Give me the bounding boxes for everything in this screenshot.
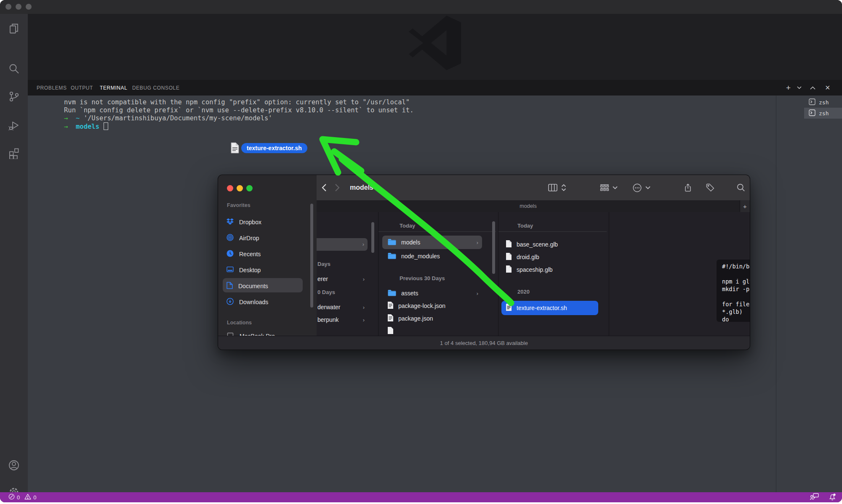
new-tab-plus-icon[interactable]: + [740, 200, 750, 212]
finder-minimize-icon[interactable] [237, 185, 243, 191]
column-c-item[interactable]: spaceship.glb [506, 263, 600, 276]
dragged-file-icon[interactable] [231, 142, 239, 155]
column-c-item[interactable]: droid.glb [506, 251, 600, 263]
tab-problems[interactable]: PROBLEMS [37, 80, 67, 95]
sidebar-item-dropbox[interactable]: Dropbox [226, 215, 261, 229]
sidebar-section-favorites: Favorites [227, 202, 250, 208]
column-b-scrollbar[interactable] [492, 221, 495, 274]
extensions-icon[interactable] [0, 143, 28, 162]
folder-label: assets [401, 290, 418, 297]
more-button[interactable]: More... [717, 307, 750, 313]
folder-icon [387, 289, 397, 297]
run-debug-icon[interactable] [0, 116, 28, 135]
sidebar-item-documents[interactable]: Documents [226, 279, 268, 293]
file-icon [506, 252, 512, 262]
column-a-header: Days [317, 261, 330, 267]
back-icon[interactable] [322, 175, 327, 200]
tab-debug-console[interactable]: DEBUG CONSOLE [132, 80, 180, 95]
terminal-icon [809, 109, 815, 117]
column-view-icon[interactable] [548, 175, 557, 200]
vscode-logo-watermark-icon [404, 15, 466, 72]
column-a-item[interactable]: erer› [317, 273, 365, 285]
tags-icon[interactable] [706, 175, 714, 200]
terminal-session-item[interactable]: zsh [804, 97, 842, 108]
finder-close-icon[interactable] [227, 185, 233, 191]
terminal-line: nvm is not compatible with the npm confi… [64, 98, 410, 107]
column-a-item[interactable]: berpunk› [317, 313, 365, 326]
folder-label: models [401, 239, 420, 246]
file-icon [387, 326, 394, 336]
column-divider [498, 212, 498, 336]
sidebar-item-label: AirDrop [239, 235, 259, 241]
sidebar-scrollbar[interactable] [310, 204, 313, 308]
sidebar-section-locations: Locations [227, 320, 252, 326]
search-icon[interactable] [0, 59, 28, 78]
sidebar-item-recents[interactable]: Recents [226, 247, 261, 261]
explorer-icon[interactable] [0, 19, 28, 38]
chevron-down-icon[interactable] [645, 175, 650, 200]
code-line: #!/bin/bash [722, 263, 750, 270]
column-b-item[interactable]: node_modules [387, 250, 478, 263]
finder-columns: › Days erer› 0 Days derwater› berpunk› T… [317, 212, 750, 336]
file-label: package.json [398, 315, 433, 322]
finder-zoom-icon[interactable] [246, 185, 253, 191]
activity-bar: 1 [0, 14, 28, 492]
traffic-zoom-icon[interactable] [26, 4, 32, 10]
new-terminal-dropdown-icon[interactable] [797, 80, 802, 95]
share-icon[interactable] [684, 175, 692, 200]
new-terminal-plus-icon[interactable]: + [786, 80, 791, 95]
chevron-down-icon[interactable] [613, 175, 618, 200]
sidebar-item-label: Dropbox [239, 219, 261, 225]
traffic-close-icon[interactable] [5, 4, 11, 10]
sidebar-item-downloads[interactable]: Downloads [226, 295, 268, 309]
prompt-arrow: → [64, 114, 68, 122]
column-a-scrollbar[interactable] [371, 222, 374, 253]
group-by-icon[interactable] [600, 175, 609, 200]
sidebar-item-desktop[interactable]: Desktop [226, 263, 261, 277]
panel-splitter[interactable] [776, 95, 776, 493]
finder-sidebar: Favorites Dropbox AirDrop Recents Deskto… [218, 175, 317, 350]
terminal-icon [809, 98, 815, 106]
column-divider [609, 212, 609, 336]
sidebar-item-airdrop[interactable]: AirDrop [226, 231, 259, 245]
feedback-icon[interactable] [810, 493, 819, 501]
close-panel-icon[interactable]: × [825, 80, 830, 95]
terminal-command: '/Users/martinshibuya/Documents/my-scene… [84, 114, 272, 122]
sidebar-item-label: Documents [238, 283, 268, 289]
finder-window[interactable]: Favorites Dropbox AirDrop Recents Deskto… [218, 175, 750, 350]
sidebar-item-label: Recents [239, 251, 261, 257]
terminal-session-item-selected[interactable]: zsh [804, 108, 842, 119]
view-updown-chevrons-icon[interactable] [561, 175, 566, 200]
problems-status[interactable]: 0 0 [8, 493, 36, 501]
tab-terminal[interactable]: TERMINAL [100, 80, 127, 96]
column-b-item-selected[interactable]: models› [387, 236, 478, 249]
maximize-panel-icon[interactable] [810, 80, 815, 95]
account-icon[interactable] [0, 456, 28, 475]
folder-label: derwater [317, 304, 340, 310]
column-c-header: Today [517, 223, 533, 229]
finder-status-text: 1 of 4 selected, 180,94 GB available [440, 340, 528, 346]
column-divider [378, 212, 378, 336]
finder-window-title: models [350, 175, 373, 200]
dragged-file-label[interactable]: texture-extractor.sh [241, 143, 307, 153]
column-a-selected-row[interactable]: › [317, 238, 368, 251]
sidebar-item-label: Downloads [239, 299, 268, 305]
notifications-bell-icon[interactable] [829, 493, 836, 502]
column-a-item[interactable]: derwater› [317, 301, 365, 313]
source-control-icon[interactable] [0, 87, 28, 106]
traffic-minimize-icon[interactable] [16, 4, 21, 10]
warnings-icon [24, 493, 31, 501]
tab-output[interactable]: OUTPUT [71, 80, 93, 95]
column-b-item[interactable]: package-lock.json [387, 300, 478, 312]
more-actions-icon[interactable] [633, 175, 642, 200]
finder-tab[interactable]: models [317, 200, 740, 212]
forward-icon[interactable] [335, 175, 340, 200]
errors-icon [8, 493, 15, 501]
vscode-status-bar: 0 0 [0, 492, 842, 502]
column-b-item-partial[interactable] [387, 325, 478, 336]
column-b-item[interactable]: package.json [387, 312, 478, 325]
search-icon[interactable] [737, 175, 745, 200]
column-c-item-selected[interactable]: texture-extractor.sh [506, 302, 595, 314]
column-b-item[interactable]: assets› [387, 287, 478, 300]
column-c-item[interactable]: base_scene.glb [506, 238, 600, 251]
